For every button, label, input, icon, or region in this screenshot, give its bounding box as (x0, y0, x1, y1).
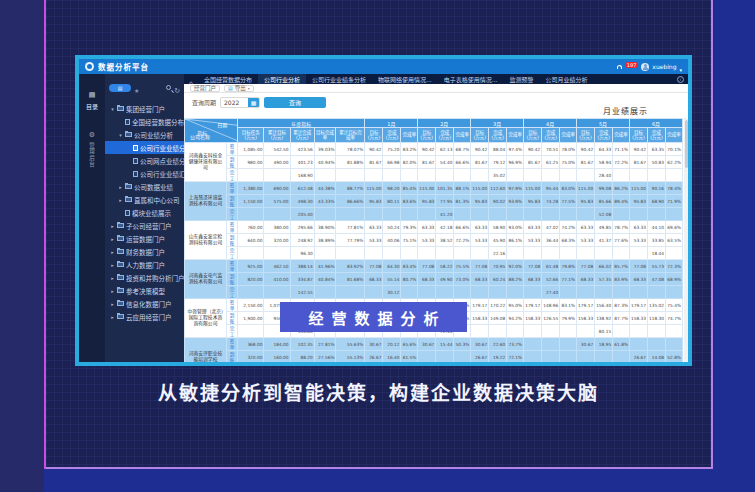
metric-cell (507, 286, 524, 299)
nav-tab[interactable]: 公司行业业绩条分析 (306, 74, 372, 84)
tree-item[interactable]: 公司数据业绩 (105, 180, 184, 193)
tree-arrow-icon[interactable] (110, 314, 115, 320)
bell-icon[interactable] (617, 65, 622, 69)
tree-item[interactable]: 财务数据门户 (105, 245, 184, 258)
nav-tab[interactable]: 全国经营数据分布 (198, 74, 258, 84)
refresh-icon[interactable] (174, 78, 180, 97)
row-label-cell: 完工 (226, 247, 237, 260)
info-icon[interactable] (677, 76, 684, 83)
row-label-cell: 完工 (226, 325, 237, 338)
tree-item[interactable]: 全国经营数据分布 (105, 115, 184, 128)
query-button[interactable]: 查询 (264, 97, 326, 108)
tree-item[interactable]: 公司行业业绩汇总 (105, 167, 184, 180)
tree-item[interactable]: 参考决策模型 (105, 284, 184, 297)
notification-badge[interactable]: 197 (625, 62, 639, 68)
metric-cell (365, 208, 383, 221)
nav-tab[interactable]: 公司月业绩分析 (540, 74, 594, 84)
col-header: 目标任务(万元) (238, 128, 264, 143)
search-icon[interactable] (166, 85, 171, 90)
metric-cell (613, 208, 630, 221)
metric-cell (577, 169, 595, 182)
star-icon[interactable] (134, 78, 139, 97)
metric-cell: 118.30 (648, 312, 666, 325)
metric-cell: 138.92 (595, 312, 613, 325)
tree-arrow-icon[interactable] (110, 223, 115, 229)
metric-cell: 83.92% (336, 260, 365, 273)
tree-arrow-icon[interactable] (110, 236, 115, 242)
rail-item-catalog[interactable]: 目录 (86, 82, 98, 111)
tree-arrow-icon[interactable] (118, 184, 123, 190)
table-row: 完工142.5530.1227.40 (185, 286, 683, 299)
metric-cell: 90.42 (630, 143, 648, 156)
year-input[interactable]: 2022 (220, 97, 260, 108)
rail-item-admin[interactable]: 管理后台 (88, 122, 96, 168)
tree-item[interactable]: 运营数据门户 (105, 232, 184, 245)
tree-item[interactable]: 人力数据门户 (105, 258, 184, 271)
username[interactable]: xuebing (652, 63, 676, 70)
metric-cell: 93.0% (507, 221, 524, 234)
nav-tab[interactable]: 电子表格使用情况... (438, 74, 504, 84)
tree-arrow-icon[interactable] (110, 106, 115, 112)
tree-item[interactable]: 投资和并购分析门户 (105, 271, 184, 284)
metric-cell: 26.67 (365, 351, 383, 363)
company-name-cell: 上海慧泽环境监测技术有限公司 (185, 182, 227, 221)
tree-item[interactable]: 公司网点业绩分析 (105, 154, 184, 167)
metric-cell: 126.55 (542, 312, 560, 325)
col-header: 完成(万元) (648, 128, 666, 143)
tree-arrow-icon[interactable] (110, 275, 115, 281)
nav-tab[interactable]: 物联网络使用情况... (372, 74, 438, 84)
metric-cell (264, 208, 290, 221)
metric-cell: 68.33 (418, 273, 436, 286)
metric-cell: 115.00 (365, 182, 383, 195)
portal-pill-button[interactable] (109, 84, 131, 92)
metric-cell (489, 286, 507, 299)
metric-cell: 95.83 (365, 195, 383, 208)
metric-cell: 760.00 (238, 221, 264, 234)
tree-item[interactable]: 信息化数据门户 (105, 297, 184, 310)
metric-cell (648, 325, 666, 338)
annual-group-header: 年度指标 (238, 119, 365, 128)
metric-cell: 83.1% (560, 299, 577, 312)
metric-cell (542, 338, 560, 351)
metric-cell: 95.83 (471, 195, 489, 208)
tree-item[interactable]: 公司行业业绩分析 (105, 141, 184, 154)
tree-item[interactable]: 子公司经营门户 (105, 219, 184, 232)
breadcrumb-portal-chip[interactable]: 经营门户 (190, 85, 220, 92)
metric-cell: 52.66 (542, 273, 560, 286)
metric-cell (418, 169, 436, 182)
folder-icon (117, 236, 124, 241)
tree-arrow-icon[interactable] (110, 262, 115, 268)
nav-tab[interactable]: 公司行业分析 (258, 74, 306, 84)
main-panel: 数据分析平台 197 xuebing 目录 (46, 0, 713, 469)
metric-cell: 30.67 (365, 338, 383, 351)
metric-cell: 86.66% (336, 195, 365, 208)
tree-item[interactable]: 公司业绩分析 (105, 128, 184, 141)
nav-tab[interactable]: 监测预警 (504, 74, 540, 84)
tree-item[interactable]: 直属和中心公司 (105, 193, 184, 206)
metric-cell: 94.2% (507, 312, 524, 325)
metric-cell: 462.50 (264, 260, 290, 273)
metric-cell: 90.42 (418, 143, 436, 156)
metric-cell: 81.67 (524, 156, 542, 169)
metric-cell (507, 247, 524, 260)
metric-cell (666, 169, 683, 182)
metric-cell: 89.4% (613, 195, 630, 208)
tree-item[interactable]: 云应用经营门户 (105, 310, 184, 323)
scrollbar-thumb[interactable] (685, 120, 688, 168)
tree-arrow-icon[interactable] (110, 288, 115, 294)
tree-item[interactable]: 集团经营门户 (105, 102, 184, 115)
vertical-scrollbar[interactable] (684, 118, 688, 362)
avatar[interactable] (641, 63, 649, 71)
export-chip[interactable]: 导出 (224, 85, 254, 92)
tree-arrow-icon[interactable] (118, 132, 123, 138)
metric-cell: 68.90 (648, 195, 666, 208)
metric-cell: 28.40 (595, 169, 613, 182)
tree-arrow-icon[interactable] (110, 301, 115, 307)
tree-arrow-icon[interactable] (118, 197, 123, 203)
corner-header-cell: 日期指标公司名称 (185, 119, 238, 143)
metric-cell: 64.33 (595, 143, 613, 156)
tree-arrow-icon[interactable] (110, 249, 115, 255)
calendar-icon[interactable] (248, 98, 259, 107)
tree-item[interactable]: 模块业绩展示 (105, 206, 184, 219)
folder-icon (125, 132, 132, 137)
